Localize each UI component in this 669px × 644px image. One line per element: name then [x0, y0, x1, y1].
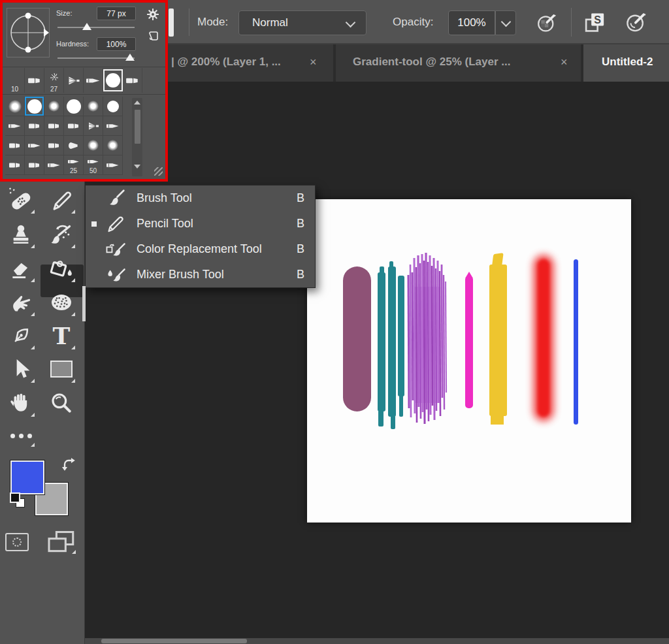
- brush-preset-selected-grid[interactable]: [25, 97, 44, 116]
- brush-preset[interactable]: [25, 116, 44, 136]
- spot-healing-brush-tool[interactable]: [5, 184, 37, 216]
- preset-size-label: 27: [44, 86, 63, 93]
- scrollbar-thumb[interactable]: [101, 639, 247, 643]
- foreground-color-swatch[interactable]: [10, 460, 44, 494]
- hand-tool[interactable]: [5, 387, 37, 419]
- hardness-slider[interactable]: [57, 57, 135, 59]
- new-brush-preset-icon[interactable]: [148, 30, 159, 42]
- brush-preset[interactable]: [103, 116, 123, 136]
- menu-item-label: Color Replacement Tool: [137, 242, 262, 256]
- default-colors-icon[interactable]: [9, 492, 26, 509]
- swap-colors-icon[interactable]: [60, 456, 78, 474]
- size-field[interactable]: 77 px: [97, 7, 136, 20]
- brush-preset-recent[interactable]: [64, 68, 84, 93]
- close-icon[interactable]: ×: [310, 56, 317, 69]
- brush-preset[interactable]: [25, 136, 44, 155]
- pressure-opacity-icon[interactable]: [536, 11, 559, 35]
- brush-preset-recent[interactable]: [123, 68, 142, 93]
- dotted-circle-icon: [12, 538, 22, 547]
- brush-preset[interactable]: [84, 116, 103, 136]
- brush-preset[interactable]: [44, 155, 64, 175]
- divider: [3, 94, 165, 95]
- rectangle-tool[interactable]: [46, 353, 77, 385]
- brush-preset[interactable]: [64, 97, 84, 116]
- brush-preset-25[interactable]: 25: [64, 155, 84, 175]
- opacity-dropdown-button[interactable]: [495, 10, 516, 35]
- mode-label: Mode:: [197, 16, 228, 29]
- flyout-corner: [71, 346, 75, 349]
- brush-preset[interactable]: [5, 155, 25, 175]
- brush-preset[interactable]: [64, 116, 84, 136]
- size-slider-thumb[interactable]: [82, 23, 91, 30]
- s-glyph: S: [594, 14, 601, 25]
- brush-preset[interactable]: [103, 136, 123, 155]
- type-tool[interactable]: T: [46, 320, 77, 351]
- brush-tip-icon: [67, 99, 81, 114]
- edit-toolbar-button[interactable]: [5, 423, 37, 449]
- close-icon[interactable]: ×: [561, 56, 568, 69]
- opacity-field[interactable]: 100%: [448, 10, 495, 35]
- menu-item-color-replacement-tool[interactable]: Color Replacement Tool B: [86, 236, 315, 262]
- flyout-corner: [72, 550, 76, 554]
- brush-preset[interactable]: [5, 97, 25, 116]
- pencil-tool-selected[interactable]: [46, 184, 77, 216]
- tab-label: Untitled-2: [602, 56, 653, 69]
- menu-item-pencil-tool[interactable]: Pencil Tool B: [86, 211, 315, 236]
- brush-preset-recent-selected[interactable]: [103, 68, 123, 93]
- blend-mode-dropdown[interactable]: Normal: [238, 10, 367, 35]
- smoothing-icon[interactable]: S: [583, 10, 608, 35]
- smudge-tool[interactable]: [5, 287, 37, 318]
- brush-angle-control[interactable]: [7, 8, 50, 57]
- path-selection-tool[interactable]: [5, 353, 37, 385]
- flyout-corner: [31, 210, 35, 214]
- sponge-tool[interactable]: [46, 287, 77, 318]
- brush-preset[interactable]: [44, 116, 64, 136]
- brush-preset-50[interactable]: 50: [84, 155, 103, 175]
- quick-mask-button[interactable]: [5, 533, 29, 551]
- brush-preset[interactable]: [84, 136, 103, 155]
- hardness-field[interactable]: 100%: [97, 37, 136, 51]
- menu-item-brush-tool[interactable]: Brush Tool B: [86, 185, 315, 211]
- flyout-corner: [71, 244, 75, 248]
- scroll-up-icon[interactable]: [134, 101, 140, 105]
- brush-preset[interactable]: [44, 136, 64, 155]
- horizontal-scrollbar[interactable]: [85, 638, 669, 644]
- brush-preset[interactable]: [44, 97, 64, 116]
- history-brush-tool[interactable]: [46, 219, 77, 250]
- brush-preset[interactable]: [64, 136, 84, 155]
- pen-tool[interactable]: [5, 320, 37, 351]
- paint-bucket-tool[interactable]: [46, 253, 77, 284]
- preset-grid-scrollbar[interactable]: [132, 98, 142, 176]
- screen-mode-button[interactable]: [47, 530, 76, 555]
- brush-preset[interactable]: [103, 97, 123, 116]
- zoom-tool[interactable]: [46, 387, 77, 419]
- brush-preset[interactable]: [25, 155, 44, 175]
- bandage-icon: [8, 187, 34, 213]
- hidden-tool-preset-sliver: [169, 8, 174, 37]
- brush-preset[interactable]: [103, 155, 123, 175]
- brush-preset-recent-scatter-27[interactable]: 27: [44, 68, 64, 93]
- panel-resize-handle[interactable]: [154, 167, 163, 176]
- brush-preset[interactable]: [5, 136, 25, 155]
- brush-preset-recent[interactable]: [84, 68, 103, 93]
- document-canvas[interactable]: [307, 199, 631, 523]
- gear-icon[interactable]: [146, 8, 159, 21]
- scroll-down-icon[interactable]: [134, 165, 140, 169]
- brush-preset[interactable]: [5, 116, 25, 136]
- clone-stamp-tool[interactable]: [5, 219, 37, 250]
- scrollbar-thumb[interactable]: [135, 110, 140, 144]
- pressure-size-icon[interactable]: [625, 10, 649, 35]
- hardness-slider-thumb[interactable]: [125, 54, 135, 61]
- stamp-icon: [8, 222, 33, 247]
- size-slider[interactable]: [57, 27, 135, 28]
- menu-item-mixer-brush-tool[interactable]: Mixer Brush Tool B: [86, 262, 315, 287]
- tab-document-untitled-2[interactable]: Untitled-2: [583, 44, 669, 82]
- tab-document-gradient-tool[interactable]: Gradient-tool @ 25% (Layer ... ×: [336, 44, 581, 82]
- sponge-icon: [48, 289, 74, 315]
- brush-preset-recent[interactable]: [25, 68, 44, 93]
- brush-preset[interactable]: [84, 97, 103, 116]
- eraser-tool[interactable]: [5, 253, 37, 284]
- brush-tip-icon: [106, 123, 120, 129]
- brush-preset-recent-dot-10[interactable]: 10: [5, 68, 25, 93]
- rectangle-icon: [50, 361, 73, 378]
